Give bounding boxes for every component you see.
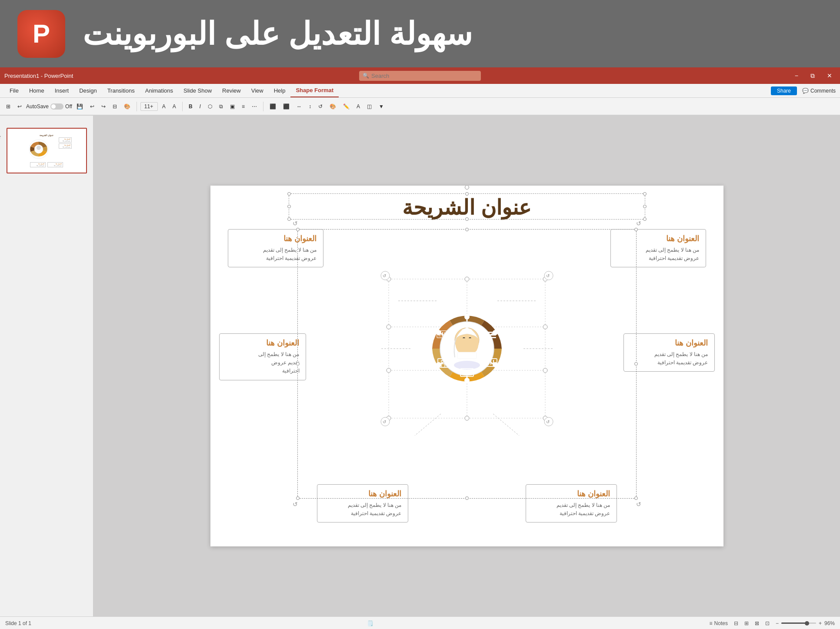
rot-br-icon: ↺: [636, 501, 641, 508]
rot-tr-icon: ↺: [636, 220, 641, 227]
zoom-in-btn[interactable]: +: [819, 620, 822, 626]
restore-button[interactable]: ⧉: [807, 72, 818, 80]
textbox-mid-left-title: العنوان هنا: [226, 338, 300, 348]
toolbar-arrange[interactable]: ⧉: [217, 103, 226, 110]
toolbar-font-size-field[interactable]: 11+: [140, 102, 158, 111]
toolbar-font-size-up[interactable]: A: [170, 103, 179, 110]
toolbar-font-color[interactable]: A: [354, 103, 363, 110]
toolbar-more[interactable]: ⋯: [249, 103, 260, 110]
textbox-mid-left[interactable]: العنوان هنا من هنا لا يطمح إلىتقديم عروض…: [219, 333, 306, 380]
autosave-state: Off: [65, 103, 72, 110]
slide-thumbnail[interactable]: عنوان الشريحة: [7, 128, 87, 173]
normal-view-btn[interactable]: ⊟: [734, 620, 738, 626]
zoom-thumb: [805, 621, 809, 626]
toolbar-new-slide[interactable]: ⊞: [3, 103, 13, 110]
sel-bm: [465, 496, 469, 500]
search-area: 🔍: [359, 71, 481, 81]
svg-point-20: [543, 325, 547, 329]
center-diagram[interactable]: ↺ ↺ ↺ ↺: [363, 253, 571, 466]
toolbar-group[interactable]: ▣: [227, 103, 237, 110]
svg-rect-53: [457, 352, 477, 359]
toolbar-font-size-down[interactable]: A: [160, 103, 168, 110]
toolbar-rotate[interactable]: ↺: [316, 103, 325, 110]
toolbar: ⊞ ↩ AutoSave Off 💾 ↩ ↪ ⊟ 🎨 11+ A A B I ⬡…: [0, 98, 840, 115]
zoom-level: 96%: [824, 620, 835, 626]
toolbar-more2[interactable]: ▼: [376, 103, 387, 110]
handle-bm: [465, 217, 469, 221]
toolbar-align-left[interactable]: ⬛: [267, 103, 279, 110]
toggle-dot: [51, 104, 56, 109]
toolbar-shadow[interactable]: ◫: [364, 103, 374, 110]
minimize-button[interactable]: −: [791, 72, 802, 79]
toolbar-align-right[interactable]: ↔: [294, 103, 304, 110]
toolbar-theme[interactable]: 🎨: [121, 103, 133, 110]
textbox-top-left[interactable]: العنوان هنا من هنا لا يطمح إلى تقديمعروض…: [228, 229, 323, 267]
status-right: ≡ Notes ⊟ ⊞ ⊠ ⊡ − + 96%: [710, 620, 835, 626]
toolbar-undo-arrow[interactable]: ↩: [15, 103, 24, 110]
svg-text:↺: ↺: [383, 273, 386, 278]
toolbar-redo[interactable]: ↪: [99, 103, 108, 110]
zoom-control: − + 96%: [776, 620, 835, 626]
toolbar-fill-color[interactable]: 🎨: [327, 103, 339, 110]
tab-transitions[interactable]: Transitions: [102, 84, 140, 97]
toolbar-bullets[interactable]: ≡: [239, 103, 247, 110]
textbox-mid-right-title: العنوان هنا: [630, 338, 708, 348]
toolbar-line-color[interactable]: ✏️: [340, 103, 352, 110]
autosave-toggle[interactable]: [50, 103, 63, 110]
handle-tr: [643, 192, 647, 196]
tab-animations[interactable]: Animations: [140, 84, 178, 97]
slide-canvas[interactable]: عنوان الشريحة العنوان هنا من هنا لا يطمح…: [210, 186, 723, 546]
textbox-bot-left[interactable]: العنوان هنا من هنا لا يطمح إلى تقديمعروض…: [317, 484, 408, 523]
tab-insert[interactable]: Insert: [50, 84, 74, 97]
toolbar-layout[interactable]: ⊟: [110, 103, 120, 110]
toolbar-distribute[interactable]: ↕: [306, 103, 314, 110]
textbox-top-right[interactable]: العنوان هنا من هنا لا يطمح إلى تقديمعروض…: [610, 229, 706, 267]
sel-bl: [296, 496, 300, 500]
app-title: Presentation1 - PowerPoint: [4, 73, 73, 79]
main-area: 1 ★ عنوان الشريحة: [0, 116, 840, 616]
close-button[interactable]: ✕: [823, 72, 836, 79]
share-button[interactable]: Share: [771, 87, 797, 95]
reading-view-btn[interactable]: ⊠: [755, 620, 759, 626]
zoom-slider[interactable]: [781, 622, 816, 624]
notes-button[interactable]: ≡ Notes: [710, 620, 728, 626]
textbox-mid-right[interactable]: العنوان هنا من هنا لا يطمح إلى تقديمعروض…: [623, 333, 715, 372]
slide-sorter-btn[interactable]: ⊞: [744, 620, 749, 626]
toolbar-undo[interactable]: ↩: [87, 103, 97, 110]
tab-design[interactable]: Design: [74, 84, 102, 97]
textbox-bot-right[interactable]: العنوان هنا من هنا لا يطمح إلى تقديمعروض…: [526, 484, 617, 523]
tab-shapeformat[interactable]: Shape Format: [290, 84, 339, 97]
svg-point-24: [465, 416, 469, 420]
tab-view[interactable]: View: [246, 84, 269, 97]
svg-rect-60: [486, 334, 496, 336]
svg-point-2: [37, 146, 41, 150]
toolbar-italic[interactable]: I: [197, 103, 203, 110]
toolbar-align-center[interactable]: ⬛: [280, 103, 292, 110]
tab-home[interactable]: Home: [24, 84, 50, 97]
notes-icon-btn: ≡: [710, 620, 713, 626]
handle-tl: [287, 192, 291, 196]
toolbar-bold[interactable]: B: [186, 103, 195, 110]
powerpoint-logo: P: [17, 10, 65, 58]
presenter-view-btn[interactable]: ⊡: [765, 620, 770, 626]
canvas-area: عنوان الشريحة العنوان هنا من هنا لا يطمح…: [93, 116, 840, 616]
status-bar: Slide 1 of 1 🗒️ ≡ Notes ⊟ ⊞ ⊠ ⊡ − + 96%: [0, 616, 840, 629]
header-banner: P سهولة التعديل على البوربوينت: [0, 0, 840, 67]
search-input[interactable]: [359, 71, 481, 81]
toolbar-sep-2: [182, 102, 183, 111]
comments-button[interactable]: 💬 Comments: [802, 88, 836, 94]
rotation-handle: [465, 186, 469, 190]
tab-file[interactable]: File: [4, 84, 24, 97]
toolbar-shapes[interactable]: ⬡: [205, 103, 215, 110]
handle-bl: [287, 217, 291, 221]
slide-panel: 1 ★ عنوان الشريحة: [0, 116, 93, 616]
notes-toggle-area: 🗒️: [367, 620, 373, 626]
svg-line-8: [415, 414, 441, 436]
textbox-bot-right-title: العنوان هنا: [532, 489, 610, 499]
toolbar-save[interactable]: 💾: [74, 103, 86, 110]
zoom-out-btn[interactable]: −: [776, 620, 779, 626]
comment-icon: 💬: [802, 88, 809, 94]
tab-help[interactable]: Help: [269, 84, 291, 97]
tab-review[interactable]: Review: [217, 84, 246, 97]
tab-slideshow[interactable]: Slide Show: [178, 84, 217, 97]
